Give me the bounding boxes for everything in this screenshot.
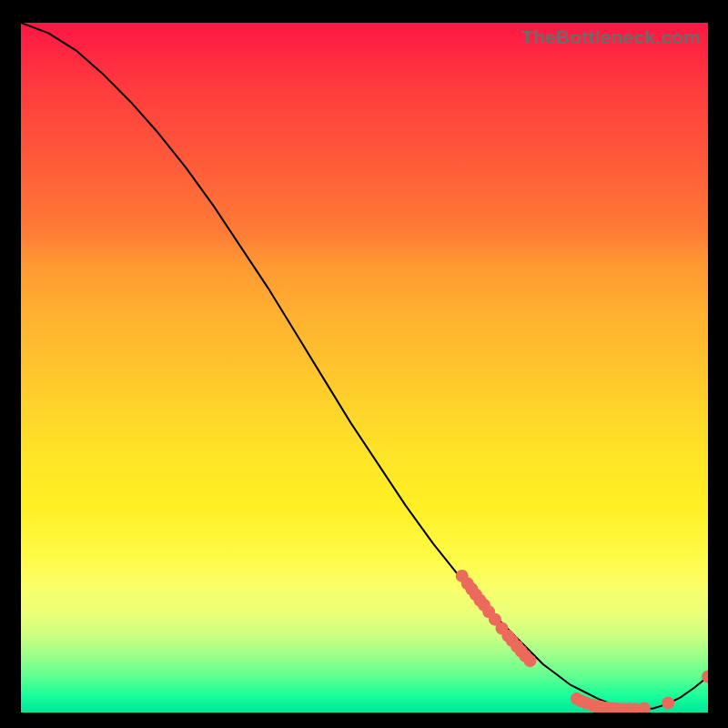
plot-area: TheBottleneck.com — [21, 23, 708, 713]
watermark-text: TheBottleneck.com — [521, 26, 701, 48]
marker-point — [523, 654, 536, 667]
chart-svg — [21, 23, 708, 713]
marker-point — [662, 696, 674, 709]
marker-point — [638, 702, 651, 713]
chart-container: TheBottleneck.com — [0, 0, 728, 728]
bottleneck-curve — [21, 23, 708, 709]
